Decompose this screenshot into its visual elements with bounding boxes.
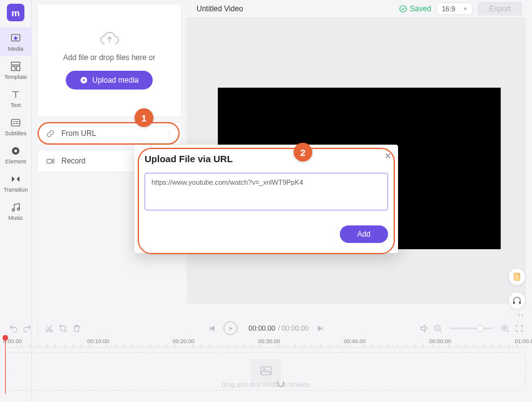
playhead[interactable]	[5, 338, 6, 394]
redo-button[interactable]	[20, 324, 34, 333]
play-button[interactable]	[223, 321, 237, 335]
track-placeholder-text: Drag and drop media to timeline	[222, 381, 310, 388]
svg-rect-2	[14, 38, 18, 39]
sidebar-item-label: Subtitles	[5, 130, 27, 137]
timeline-ruler[interactable]: 0:00.0000:10.0000:20.0000:30.0000:40.000…	[6, 337, 526, 348]
sidebar-item-label: Text	[11, 102, 21, 108]
sidebar-item-text[interactable]: Text	[0, 84, 32, 112]
url-input[interactable]	[145, 173, 388, 210]
undo-button[interactable]	[6, 324, 20, 333]
aspect-ratio-select[interactable]: 16:9 ▾	[436, 3, 473, 15]
notes-icon	[512, 272, 522, 282]
sidebar-item-label: Music	[8, 215, 23, 221]
collapse-icon[interactable]: ‹‹	[518, 312, 524, 318]
saved-status: Saved	[399, 4, 431, 13]
current-time: 00:00.00	[248, 324, 275, 332]
close-icon[interactable]: ✕	[384, 151, 392, 161]
plus-circle-icon	[79, 76, 88, 85]
ruler-tick: 00:30.00	[258, 338, 280, 344]
track-placeholder	[251, 359, 281, 384]
saved-label: Saved	[410, 4, 431, 13]
headphones-icon	[512, 296, 522, 306]
logo[interactable]: m	[7, 4, 24, 21]
svg-rect-6	[11, 120, 20, 126]
crop-button[interactable]	[56, 324, 69, 333]
from-url-label: From URL	[61, 129, 96, 138]
element-icon	[10, 145, 21, 157]
sidebar-item-label: Element	[5, 158, 26, 165]
svg-rect-16	[519, 301, 521, 304]
drop-zone[interactable]: Add file or drop files here or Upload me…	[37, 4, 182, 117]
chevron-down-icon: ▾	[464, 6, 467, 12]
svg-rect-21	[261, 367, 272, 375]
sidebar-item-label: Template	[4, 74, 28, 80]
separator	[38, 323, 38, 333]
sidebar-item-media[interactable]: Media	[0, 28, 32, 56]
timeline: 0:00.0000:10.0000:20.0000:30.0000:40.000…	[6, 337, 526, 391]
upload-media-button[interactable]: Upload media	[66, 71, 152, 90]
svg-rect-5	[17, 66, 20, 71]
drop-text: Add file or drop files here or	[63, 53, 155, 62]
volume-button[interactable]	[417, 324, 431, 333]
cloud-upload-icon	[99, 32, 120, 48]
fit-button[interactable]	[512, 324, 526, 333]
svg-rect-12	[46, 159, 51, 163]
next-frame-button[interactable]	[314, 324, 327, 332]
zoom-in-button[interactable]	[498, 324, 512, 333]
modal-title: Upload File via URL	[145, 153, 388, 164]
ruler-tick: 00:10.00	[87, 338, 109, 344]
project-title[interactable]: Untitled Video	[197, 4, 243, 13]
svg-point-8	[14, 150, 18, 153]
sidebar-item-subtitles[interactable]: Subtitles	[0, 112, 32, 140]
image-icon	[259, 364, 273, 378]
total-time: / 00:00.00	[278, 324, 309, 332]
text-icon	[10, 89, 21, 100]
sidebar-item-music[interactable]: Music	[0, 197, 32, 225]
upload-url-modal: ✕ Upload File via URL Add	[135, 145, 398, 253]
camera-icon	[45, 156, 55, 166]
ruler-tick: 01:00.00	[514, 338, 532, 344]
timeline-track[interactable]: Drag and drop media to timeline	[6, 352, 526, 391]
svg-point-10	[18, 208, 20, 210]
ruler-tick: 00:50.00	[429, 338, 451, 344]
top-bar: Untitled Video Saved 16:9 ▾ Export	[187, 0, 532, 18]
media-icon	[10, 33, 21, 44]
ruler-tick: 00:20.00	[173, 338, 195, 344]
svg-rect-3	[11, 62, 20, 65]
annotation-step-2: 2	[294, 143, 312, 162]
export-button[interactable]: Export	[478, 2, 522, 16]
zoom-slider[interactable]	[449, 327, 493, 329]
subtitles-icon	[10, 117, 21, 128]
cut-button[interactable]	[42, 324, 56, 333]
upload-media-label: Upload media	[92, 76, 138, 85]
svg-point-9	[12, 209, 14, 212]
prev-frame-button[interactable]	[205, 324, 218, 332]
svg-rect-4	[11, 66, 15, 71]
zoom-thumb[interactable]	[477, 325, 484, 332]
transition-icon	[10, 173, 21, 185]
headphones-widget[interactable]	[508, 292, 526, 309]
link-icon	[45, 128, 55, 138]
svg-point-13	[400, 6, 407, 13]
svg-point-22	[263, 369, 265, 371]
add-button[interactable]: Add	[340, 225, 388, 243]
toolbar: 00:00.00 / 00:00.00	[6, 321, 526, 336]
record-label: Record	[61, 157, 86, 165]
notes-widget[interactable]	[508, 268, 526, 286]
sidebar-item-element[interactable]: Element	[0, 140, 32, 168]
aspect-ratio-value: 16:9	[442, 5, 455, 13]
sidebar-item-template[interactable]: Template	[0, 56, 32, 84]
svg-rect-15	[513, 301, 515, 304]
sidebar-item-transition[interactable]: Transition	[0, 168, 32, 197]
delete-button[interactable]	[69, 324, 83, 333]
ruler-tick: 00:40.00	[344, 338, 366, 344]
from-url-button[interactable]: From URL 〉	[37, 122, 182, 145]
sidebar-item-label: Transition	[3, 187, 28, 193]
zoom-out-button[interactable]	[431, 324, 444, 333]
annotation-step-1: 1	[135, 108, 153, 127]
template-icon	[10, 61, 21, 72]
chevron-right-icon: 〉	[168, 129, 175, 138]
music-icon	[10, 202, 21, 213]
check-circle-icon	[399, 4, 407, 13]
sidebar-item-label: Media	[8, 46, 24, 52]
